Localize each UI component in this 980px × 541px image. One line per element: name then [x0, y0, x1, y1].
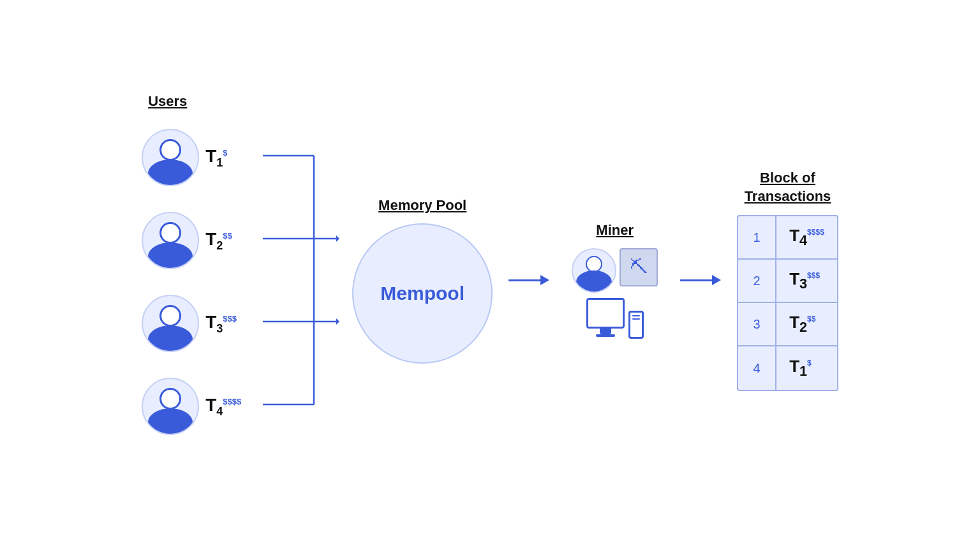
user-row-2: T2$$	[142, 199, 263, 282]
miner-top: ⛏	[572, 248, 658, 293]
block-table: 1 T4$$$$ 2 T3$$$ 3 T2$$ 4 T1$	[737, 215, 838, 391]
server-icon	[628, 311, 644, 339]
block-row-3: 3 T2$$	[738, 303, 837, 346]
block-row-4: 4 T1$	[738, 346, 837, 390]
mempool-to-miner-arrow	[509, 275, 549, 285]
block-tx-4: T1$	[776, 357, 824, 380]
tx-label-1: T1$	[205, 146, 263, 170]
block-num-3: 3	[738, 303, 776, 345]
miner-label: Miner	[596, 222, 634, 239]
monitor-group	[586, 298, 625, 339]
user-avatar-4	[142, 378, 199, 435]
block-section: Block of Transactions 1 T4$$$$ 2 T3$$$ 3…	[737, 169, 838, 391]
arrow-head-1	[540, 275, 549, 285]
mempool-label: Memory Pool	[378, 197, 466, 214]
block-tx-1: T4$$$$	[776, 226, 837, 249]
user-to-mempool-arrows	[263, 114, 339, 459]
mempool-circle: Mempool	[352, 223, 493, 364]
main-diagram: Users T1$ T2$$ T3$$$	[43, 28, 937, 513]
miner-to-block-arrow	[680, 275, 721, 285]
block-num-4: 4	[738, 346, 776, 390]
user-arrows-container	[263, 114, 339, 459]
mempool-text: Mempool	[380, 283, 464, 304]
tx-label-3: T3$$$	[205, 312, 263, 336]
miner-visual: ⛏	[572, 248, 658, 339]
block-tx-2: T3$$$	[776, 269, 833, 292]
user-row-1: T1$	[142, 116, 263, 199]
mempool-section: Memory Pool Mempool	[352, 197, 493, 364]
user-avatar-3	[142, 295, 199, 352]
user-row-3: T3$$$	[142, 282, 263, 365]
users-section: Users T1$ T2$$ T3$$$	[142, 93, 263, 448]
arrow-line-1	[509, 279, 540, 281]
miner-section: Miner ⛏	[572, 222, 658, 339]
tx-label-2: T2$$	[205, 229, 263, 253]
block-tx-3: T2$$	[776, 313, 828, 336]
monitor-icon	[586, 298, 625, 329]
tx-label-4: T4$$$$	[205, 395, 263, 419]
block-num-2: 2	[738, 260, 776, 302]
svg-marker-6	[336, 235, 339, 242]
block-row-1: 1 T4$$$$	[738, 216, 837, 260]
users-label: Users	[142, 93, 187, 110]
user-row-4: T4$$$$	[142, 365, 263, 448]
pickaxe-icon: ⛏	[620, 248, 658, 286]
computer-group	[586, 298, 644, 339]
block-row-2: 2 T3$$$	[738, 260, 837, 303]
miner-avatar	[572, 248, 616, 293]
arrow-line-2	[680, 279, 712, 281]
svg-marker-8	[336, 318, 339, 325]
arrow-head-2	[712, 275, 721, 285]
block-label: Block of Transactions	[745, 169, 831, 205]
user-avatar-1	[142, 129, 199, 186]
block-num-1: 1	[738, 216, 776, 258]
user-avatar-2	[142, 212, 199, 269]
